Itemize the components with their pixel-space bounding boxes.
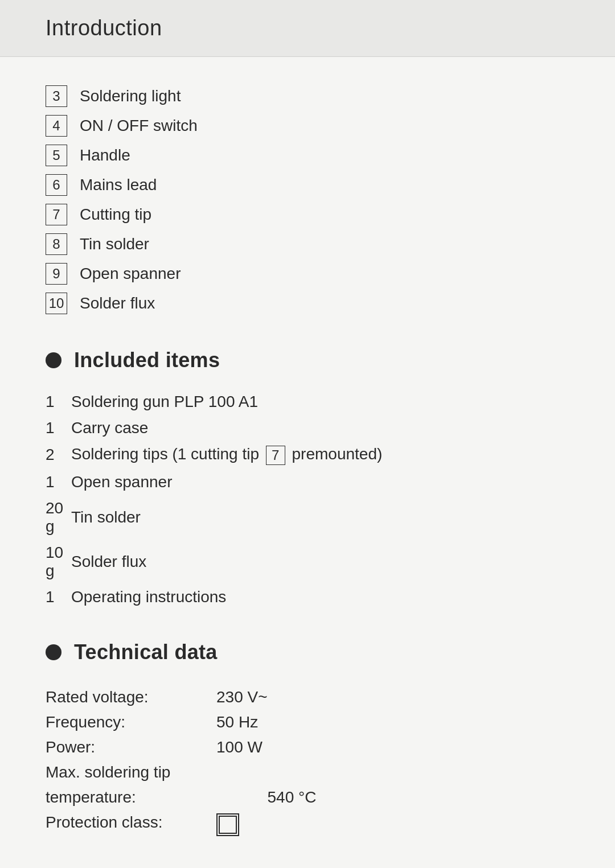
item-qty: 1 (46, 588, 71, 606)
tech-value: 230 V~ (216, 685, 268, 710)
included-items-title: Included items (74, 348, 220, 372)
tech-value: 50 Hz (216, 710, 268, 735)
numbered-items-list: 3Soldering light4ON / OFF switch5Handle6… (46, 85, 569, 314)
numbered-list-item: 9Open spanner (46, 263, 569, 285)
item-label: Carry case (71, 419, 148, 437)
included-list-item: 20 gTin solder (46, 499, 569, 536)
included-list-item: 1Carry case (46, 419, 569, 437)
numbered-list-item: 4ON / OFF switch (46, 115, 569, 137)
item-qty: 1 (46, 473, 71, 491)
tech-label-continued: temperature: (46, 785, 216, 810)
item-label: Tin solder (71, 508, 141, 526)
intro-header: Introduction (0, 0, 615, 57)
numbered-list-item: 8Tin solder (46, 233, 569, 255)
item-badge: 8 (46, 233, 67, 255)
item-label: Operating instructions (71, 588, 226, 606)
protection-class-value (216, 810, 268, 841)
included-list-item: 2Soldering tips (1 cutting tip 7 premoun… (46, 445, 569, 465)
item-qty: 2 (46, 446, 71, 464)
item-label: Open spanner (71, 473, 172, 491)
protection-class-icon (216, 813, 239, 836)
item-badge: 5 (46, 145, 67, 166)
item-label: ON / OFF switch (80, 117, 198, 135)
tech-row: Protection class: (46, 810, 316, 841)
item-badge: 3 (46, 85, 67, 107)
tech-row: Frequency:50 Hz (46, 710, 316, 735)
tech-row: Rated voltage:230 V~ (46, 685, 316, 710)
item-label: Solder flux (71, 553, 146, 571)
item-label: Tin solder (80, 235, 149, 253)
tech-row: Max. soldering tip (46, 760, 316, 785)
main-content: 3Soldering light4ON / OFF switch5Handle6… (0, 57, 615, 868)
page: Introduction 3Soldering light4ON / OFF s… (0, 0, 615, 868)
item-label: Cutting tip (80, 205, 151, 224)
technical-data-heading: Technical data (46, 640, 569, 664)
item-label: Soldering gun PLP 100 A1 (71, 393, 258, 411)
included-list-item: 1Operating instructions (46, 588, 569, 606)
bullet-icon (46, 352, 62, 368)
item-label: Soldering tips (1 cutting tip 7 premount… (71, 445, 382, 465)
tech-row: Power:100 W (46, 735, 316, 760)
included-list-item: 1Open spanner (46, 473, 569, 491)
tech-value (216, 760, 268, 810)
item-label: Soldering light (80, 87, 181, 105)
numbered-list-item: 7Cutting tip (46, 204, 569, 225)
item-badge: 9 (46, 263, 67, 285)
tech-value: 100 W (216, 735, 268, 760)
item-qty: 1 (46, 393, 71, 411)
tech-row-continued: temperature:540 °C (46, 785, 316, 810)
numbered-list-item: 3Soldering light (46, 85, 569, 107)
inline-badge: 7 (266, 446, 285, 465)
tech-table: Rated voltage:230 V~Frequency:50 HzPower… (46, 685, 316, 841)
item-label: Solder flux (80, 294, 155, 312)
item-badge: 6 (46, 174, 67, 196)
item-qty: 20 g (46, 499, 71, 536)
included-list-item: 1Soldering gun PLP 100 A1 (46, 393, 569, 411)
tech-label: Protection class: (46, 810, 216, 841)
tech-value-temp: 540 °C (268, 785, 317, 810)
item-label: Handle (80, 146, 130, 164)
tech-label: Rated voltage: (46, 685, 216, 710)
item-qty: 10 g (46, 544, 71, 580)
included-items-list: 1Soldering gun PLP 100 A11Carry case2Sol… (46, 393, 569, 606)
numbered-list-item: 10Solder flux (46, 293, 569, 314)
technical-data-title: Technical data (74, 640, 218, 664)
included-list-item: 10 gSolder flux (46, 544, 569, 580)
item-badge: 7 (46, 204, 67, 225)
page-title: Introduction (46, 16, 569, 40)
tech-label: Power: (46, 735, 216, 760)
included-items-heading: Included items (46, 348, 569, 372)
numbered-list-item: 5Handle (46, 145, 569, 166)
item-qty: 1 (46, 419, 71, 437)
numbered-list-item: 6Mains lead (46, 174, 569, 196)
technical-data-content: Rated voltage:230 V~Frequency:50 HzPower… (46, 685, 569, 841)
item-badge: 10 (46, 293, 67, 314)
item-badge: 4 (46, 115, 67, 137)
bullet-icon-2 (46, 644, 62, 660)
tech-label: Max. soldering tip (46, 760, 216, 785)
tech-label: Frequency: (46, 710, 216, 735)
item-label: Mains lead (80, 176, 157, 194)
item-label: Open spanner (80, 265, 181, 283)
